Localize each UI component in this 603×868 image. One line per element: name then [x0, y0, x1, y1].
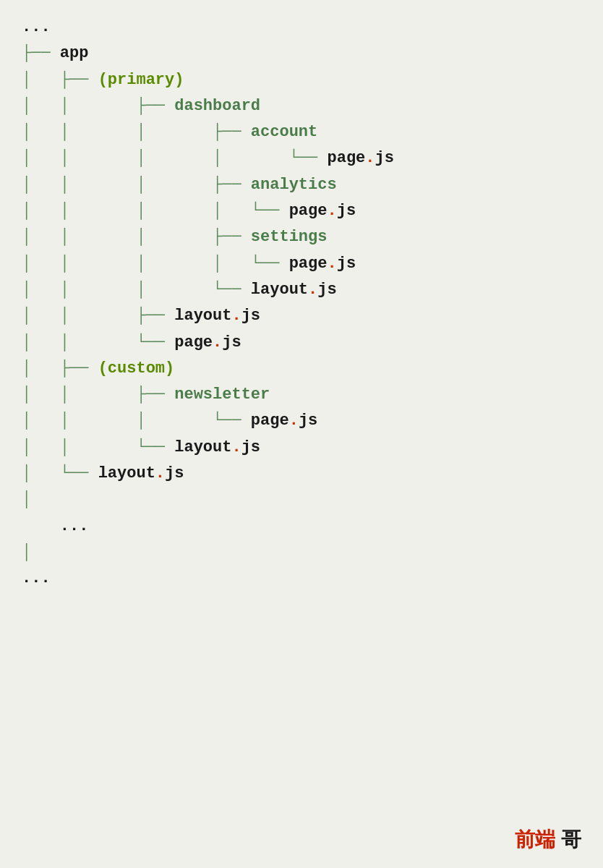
tree-indent: │ │ — [22, 93, 136, 119]
file-tree: ...├── app│ ├── (primary)│ │ ├── dashboa… — [22, 14, 581, 592]
tree-line-primary-page: │ │ └── page.js — [22, 330, 581, 356]
tree-connector: └── — [251, 251, 289, 277]
tree-line-ellipsis-top: ... — [22, 14, 581, 41]
tree-line-analytics: │ │ │ ├── analytics — [22, 172, 581, 198]
tree-line-settings-page: │ │ │ │ └── page.js — [22, 251, 581, 277]
tree-node-text: dashboard — [174, 93, 260, 119]
tree-line-primary: │ ├── (primary) — [22, 67, 581, 93]
tree-connector: ├── — [213, 224, 251, 250]
tree-connector: └── — [213, 408, 251, 434]
tree-node-text: settings — [251, 224, 328, 250]
tree-connector: ├── — [22, 41, 60, 67]
tree-line-account: │ │ │ ├── account — [22, 119, 581, 145]
tree-indent: │ — [22, 356, 60, 382]
tree-connector: ├── — [60, 67, 98, 93]
tree-line-custom-layout: │ │ └── layout.js — [22, 435, 581, 461]
tree-connector: └── — [251, 198, 289, 224]
tree-node-text: account — [251, 119, 317, 145]
tree-indent: │ │ │ — [22, 224, 213, 250]
tree-connector: └── — [213, 277, 251, 303]
tree-line-app-layout: │ └── layout.js — [22, 461, 581, 487]
tree-node-text: ... — [22, 14, 51, 41]
tree-line-ellipsis-mid: ... — [22, 514, 581, 540]
tree-indent: │ — [22, 67, 60, 93]
tree-connector: ├── — [213, 172, 251, 198]
tree-node-text: ... — [60, 514, 89, 540]
watermark-text-1: 前端 — [515, 828, 555, 851]
tree-connector: ├── — [213, 119, 251, 145]
tree-connector: └── — [136, 435, 174, 461]
tree-line-primary-layout: │ │ ├── layout.js — [22, 303, 581, 329]
tree-indent: │ │ — [22, 303, 136, 329]
tree-connector: ├── — [136, 93, 174, 119]
tree-indent: │ │ — [22, 435, 136, 461]
tree-indent: │ — [22, 540, 31, 566]
tree-line-account-page: │ │ │ │ └── page.js — [22, 145, 581, 171]
tree-node-text: layout.js — [251, 277, 337, 303]
tree-node-text: newsletter — [174, 382, 270, 408]
tree-line-dashboard-layout: │ │ │ └── layout.js — [22, 277, 581, 303]
tree-indent: │ — [22, 487, 31, 513]
tree-node-text: (custom) — [98, 356, 175, 382]
tree-indent: │ │ │ │ — [22, 198, 251, 224]
tree-node-text: ... — [22, 566, 51, 592]
tree-indent: │ │ │ — [22, 119, 213, 145]
tree-node-text: layout.js — [174, 435, 260, 461]
tree-node-text: page.js — [327, 145, 393, 171]
tree-line-pipe-mid: │ — [22, 487, 581, 513]
tree-indent — [22, 514, 60, 540]
tree-indent: │ │ — [22, 382, 136, 408]
tree-line-dashboard: │ │ ├── dashboard — [22, 93, 581, 119]
tree-connector: ├── — [60, 356, 98, 382]
tree-line-pipe-bot: │ — [22, 540, 581, 566]
tree-line-ellipsis-bot: ... — [22, 566, 581, 592]
watermark-text-2: 哥 — [561, 828, 581, 851]
tree-connector: └── — [289, 145, 328, 171]
tree-connector: ├── — [136, 303, 174, 329]
tree-line-newsletter-page: │ │ │ └── page.js — [22, 408, 581, 434]
tree-indent: │ │ │ │ — [22, 251, 251, 277]
tree-indent: │ │ │ — [22, 277, 213, 303]
tree-indent: │ │ │ — [22, 172, 213, 198]
tree-connector: └── — [60, 461, 98, 487]
tree-line-newsletter: │ │ ├── newsletter — [22, 382, 581, 408]
tree-line-app: ├── app — [22, 41, 581, 67]
tree-node-text: app — [60, 41, 89, 67]
tree-node-text: page.js — [289, 198, 356, 224]
tree-indent: │ │ │ │ — [22, 145, 289, 171]
tree-node-text: page.js — [174, 330, 241, 356]
tree-line-custom: │ ├── (custom) — [22, 356, 581, 382]
tree-connector: ├── — [136, 382, 174, 408]
watermark: 前端 哥 — [515, 826, 581, 854]
tree-indent: │ │ — [22, 330, 136, 356]
tree-line-analytics-page: │ │ │ │ └── page.js — [22, 198, 581, 224]
tree-line-settings: │ │ │ ├── settings — [22, 224, 581, 250]
tree-node-text: (primary) — [98, 67, 184, 93]
tree-node-text: layout.js — [174, 303, 260, 329]
tree-connector: └── — [136, 330, 174, 356]
tree-node-text: page.js — [289, 251, 356, 277]
tree-node-text: analytics — [251, 172, 337, 198]
tree-indent: │ │ │ — [22, 408, 213, 434]
tree-node-text: layout.js — [98, 461, 184, 487]
tree-node-text: page.js — [251, 408, 317, 434]
tree-indent: │ — [22, 461, 60, 487]
